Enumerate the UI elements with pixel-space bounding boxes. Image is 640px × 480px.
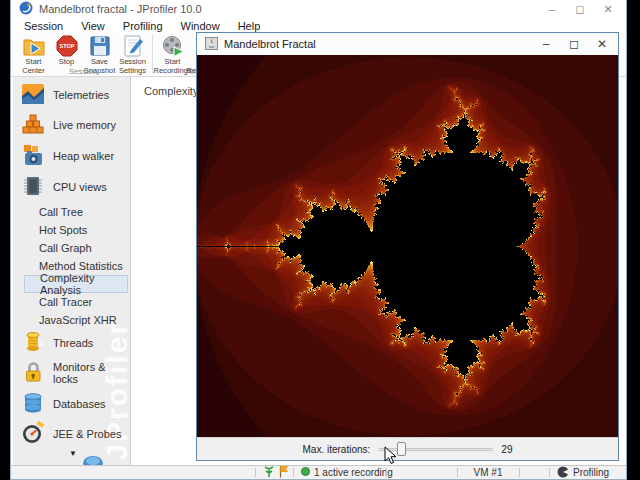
sidebar-item-jee-probes[interactable]: JEE & Probes — [13, 419, 131, 449]
mandelbrot-canvas — [197, 55, 618, 437]
java-app-icon — [205, 37, 218, 52]
cpu-views-icon — [21, 174, 45, 200]
max-iterations-value: 29 — [501, 444, 512, 455]
sidebar-item-call-tree[interactable]: Call Tree — [13, 203, 131, 221]
desktop: Mandelbrot fractal - JProfiler 10.0 – ◻ … — [0, 0, 640, 480]
maximize-button[interactable]: ◻ — [566, 0, 594, 18]
statusbar-divider — [255, 468, 256, 477]
monitors-locks-icon — [21, 360, 45, 386]
recording-dot-icon — [301, 467, 310, 478]
minimize-button[interactable]: – — [532, 33, 560, 55]
profiling-mode: Profiling — [557, 466, 609, 479]
stop-icon: STOP — [56, 35, 78, 57]
sidebar-item-live-memory[interactable]: Live memory — [13, 110, 131, 140]
recording-status: 1 active recording — [301, 466, 393, 479]
sidebar-item-hot-spots[interactable]: Hot Spots — [13, 221, 131, 239]
close-button[interactable]: ✕ — [594, 0, 622, 18]
profiling-mode-text: Profiling — [573, 467, 609, 478]
flag-icon — [279, 465, 290, 480]
start-recordings-button[interactable]: Start Recordings — [156, 33, 189, 68]
statusbar: 1 active recording VM #1 Profiling — [11, 465, 626, 479]
menu-profiling[interactable]: Profiling — [114, 20, 172, 32]
statusbar-divider — [293, 468, 294, 477]
toolbar-group-label-session: Session — [17, 67, 149, 76]
sidebar: JProfiler Telemetries Live memory Heap w… — [13, 77, 131, 467]
sidebar-scroll-down-arrow[interactable]: ▼ — [69, 449, 77, 458]
sidebar-item-monitors-locks[interactable]: Monitors & locks — [13, 358, 131, 388]
sidebar-item-databases[interactable]: Databases — [13, 389, 131, 419]
threads-icon — [21, 330, 45, 356]
sidebar-item-call-tracer[interactable]: Call Tracer — [13, 293, 131, 311]
menubar: Session View Profiling Window Help — [11, 18, 626, 33]
profiling-mode-icon — [557, 466, 569, 480]
menu-window[interactable]: Window — [172, 20, 229, 32]
mandelbrot-window: Mandelbrot Fractal – ◻ ✕ Max. iterations… — [196, 32, 619, 461]
live-memory-icon — [21, 112, 45, 138]
close-button[interactable]: ✕ — [588, 33, 616, 55]
jprofiler-logo-icon — [19, 1, 33, 17]
sidebar-item-cpu-views[interactable]: CPU views — [13, 172, 131, 202]
sidebar-item-javascript-xhr[interactable]: JavaScript XHR — [13, 311, 131, 329]
save-snapshot-icon — [89, 35, 111, 57]
statusbar-divider — [386, 468, 387, 477]
sidebar-item-call-graph[interactable]: Call Graph — [13, 239, 131, 257]
mandelbrot-titlebar[interactable]: Mandelbrot Fractal – ◻ ✕ — [197, 33, 618, 55]
slider-handle[interactable] — [397, 442, 406, 456]
start-recordings-icon — [162, 35, 184, 57]
session-settings-icon — [122, 35, 144, 57]
statusbar-divider — [549, 468, 550, 477]
main-window-controls: – ◻ ✕ — [538, 0, 622, 18]
heap-walker-icon — [21, 143, 45, 169]
session-settings-button[interactable]: Session Settings — [116, 33, 149, 68]
sidebar-item-complexity-analysis[interactable]: Complexity Analysis — [24, 275, 128, 293]
menu-session[interactable]: Session — [15, 20, 72, 32]
mandelbrot-window-title: Mandelbrot Fractal — [224, 38, 316, 50]
save-snapshot-button[interactable]: Save Snapshot — [83, 33, 116, 68]
minimize-button[interactable]: – — [538, 0, 566, 18]
menu-view[interactable]: View — [72, 20, 114, 32]
sidebar-item-telemetries[interactable]: Telemetries — [13, 80, 131, 110]
start-center-icon — [23, 35, 45, 57]
iterations-panel: Max. iterations: 29 — [197, 437, 618, 460]
statusbar-bookmark-icons[interactable] — [263, 466, 290, 479]
toolbar-group-session: Start Center STOP Stop Save Snapshot Ses… — [17, 33, 149, 77]
slider-track[interactable] — [378, 448, 493, 451]
databases-icon — [21, 391, 45, 417]
recording-status-text: 1 active recording — [314, 467, 393, 478]
tree-icon — [263, 465, 275, 480]
svg-text:STOP: STOP — [59, 43, 74, 49]
sidebar-item-threads[interactable]: Threads — [13, 328, 131, 358]
jee-probes-icon — [21, 421, 45, 447]
stop-button[interactable]: STOP Stop — [50, 33, 83, 68]
max-iterations-label: Max. iterations: — [303, 444, 371, 455]
start-center-button[interactable]: Start Center — [17, 33, 50, 68]
mandelbrot-window-controls: – ◻ ✕ — [532, 33, 616, 55]
menu-help[interactable]: Help — [229, 20, 270, 32]
main-window-title: Mandelbrot fractal - JProfiler 10.0 — [39, 3, 202, 15]
statusbar-divider — [519, 468, 520, 477]
vm-text: VM #1 — [474, 467, 503, 478]
vm-selector[interactable]: VM #1 — [457, 466, 519, 479]
telemetries-icon — [21, 82, 45, 108]
maximize-button[interactable]: ◻ — [560, 33, 588, 55]
max-iterations-slider[interactable] — [378, 442, 493, 456]
sidebar-item-heap-walker[interactable]: Heap walker — [13, 141, 131, 171]
main-titlebar[interactable]: Mandelbrot fractal - JProfiler 10.0 – ◻ … — [11, 0, 626, 18]
